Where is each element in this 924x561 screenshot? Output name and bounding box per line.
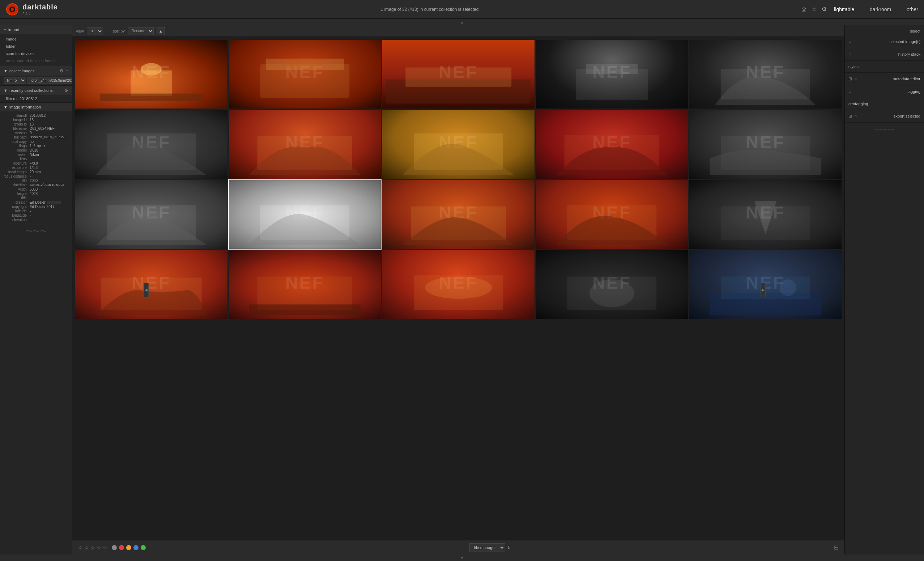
main-content: ▼ import image folder scan for devices n… [0,26,924,555]
top-icons: ◎ ☆ ⚙ [801,6,827,13]
photo-cell-17[interactable]: NEF [229,250,381,319]
photo-cell-15[interactable]: NEF [689,180,842,249]
import-header[interactable]: ▼ import [0,26,72,34]
sort-select[interactable]: filename [128,27,154,35]
export-grid-icon: ⊞ [848,114,852,118]
collect-value-select[interactable]: icron_24mmX35.9mm\20180812 [27,77,72,84]
star-2[interactable]: ☆ [84,545,89,550]
bottom-bar: ☆ ☆ ☆ ☆ ☆ fil [72,540,844,555]
photo-content-6 [81,130,221,176]
collect-row: film roll icron_24mmX35.9mm\20180812 [0,76,72,86]
collect-settings-icon[interactable]: ⚙ [60,68,64,74]
svg-point-2 [11,8,14,11]
bottom-right: ⊟ [834,544,838,551]
star-icon[interactable]: ☆ [812,6,817,13]
info-value-title [30,196,68,200]
color-dot-orange[interactable] [126,545,131,550]
info-label-width: width [4,188,27,191]
photo-cell-13[interactable]: NEF [382,180,534,249]
photo-content-4 [543,64,681,105]
photo-cell-2[interactable]: NEF [229,40,381,108]
photo-content-11 [79,201,224,246]
metadata-circle-icon: ○ [854,76,857,81]
star-1[interactable]: ☆ [78,545,83,550]
photo-cell-1[interactable]: NEF [75,40,228,108]
info-label-datetime: datetime [4,183,27,187]
collect-add-icon[interactable]: + [66,68,68,74]
recently-title[interactable]: ▼ recently used collections [4,88,53,93]
svg-rect-7 [266,58,344,70]
photo-cell-6[interactable]: NEF [75,110,228,178]
sidebar-item-image[interactable]: image [0,36,72,43]
tagging-header[interactable]: ○ tagging [848,87,920,96]
info-value-datetime: Sun 8/12/2018 10:51:24 AM [30,183,68,187]
selected-images-header[interactable]: ○ selected image[s] [848,38,920,46]
view-select[interactable]: all [87,27,103,35]
file-manager-select[interactable]: file manager [470,543,505,552]
photo-cell-11[interactable]: NEF [75,180,228,249]
collect-type-select[interactable]: film roll [4,77,26,84]
photo-cell-12-selected[interactable]: NEF [229,180,381,249]
color-dot-red[interactable] [119,545,124,550]
view-label: view [76,29,84,33]
info-label-imageid: image id [4,118,27,122]
sidebar-item-scan[interactable]: scan for devices [0,50,72,57]
photo-cell-18[interactable]: NEF [382,250,534,319]
collect-images-title[interactable]: ▼ collect images [4,69,35,73]
info-value-focallength: 20 mm [30,170,68,174]
geotagging-section: geotagging [845,98,924,110]
identity-icon[interactable]: ◎ [801,6,807,13]
photo-cell-3[interactable]: NEF [382,40,534,108]
scroll-top-arrow[interactable]: ▲ [0,19,924,26]
image-info-header[interactable]: ▼ image information [0,103,72,111]
selected-images-section: ○ selected image[s] [845,36,924,48]
color-dot-gray[interactable] [112,545,117,550]
geotagging-header[interactable]: geotagging [848,100,920,107]
photo-cell-7[interactable]: NEF [229,110,381,178]
svg-point-29 [590,279,634,307]
star-3[interactable]: ☆ [90,545,95,550]
color-dot-green[interactable] [141,545,146,550]
left-sidebar: ▼ import image folder scan for devices n… [0,26,72,555]
photo-cell-16[interactable]: NEF [75,250,228,319]
import-title: import [8,27,20,32]
info-value-width: 6080 [30,188,68,191]
metadata-editor-header[interactable]: ⊞ ○ metadata editor [848,75,920,83]
toolbar-sep1: | [107,29,108,33]
gear-icon[interactable]: ⚙ [822,6,827,13]
photo-cell-9[interactable]: NEF [536,110,688,178]
history-stack-header[interactable]: ○ history stack [848,50,920,58]
photo-content-7 [232,130,377,176]
recently-settings-icon[interactable]: ⚙ [64,88,68,93]
nav-lighttable[interactable]: lighttable [834,6,854,12]
info-value-fullpath: D:\Nikon_D610_Pi...12\D61_6024.NEF [30,135,68,139]
history-stack-title: history stack [898,52,920,56]
star-5[interactable]: ☆ [103,545,107,550]
recently-item-filmroll[interactable]: film roll 20180812 [0,95,72,102]
photo-cell-19[interactable]: NEF [536,250,688,319]
photo-cell-4[interactable]: NEF [536,40,688,108]
monitor-icon[interactable]: ⊟ [834,544,838,550]
sort-order-button[interactable]: ▲ [157,27,165,35]
photo-cell-10[interactable]: NEF [689,110,842,178]
nav-darkroom[interactable]: darkroom [870,6,891,12]
info-label-exposure: exposure [4,166,27,170]
left-collapse-button[interactable]: ◀ [144,283,148,297]
right-collapse-button[interactable]: ▶ [760,283,766,297]
nav-other[interactable]: other [907,6,918,12]
svg-rect-11 [586,64,638,74]
sidebar-item-folder[interactable]: folder [0,43,72,50]
photo-content-15 [693,201,838,246]
select-button[interactable]: select [910,27,920,35]
scroll-bottom-arrow[interactable]: ▼ [0,555,924,561]
info-value-elevation: - [30,218,68,222]
recently-triangle-icon: ▼ [4,88,8,93]
photo-cell-5[interactable]: NEF [689,40,842,108]
star-4[interactable]: ☆ [96,545,101,550]
photo-cell-8[interactable]: NEF [382,110,534,178]
color-dot-blue[interactable] [134,545,138,550]
photo-cell-14[interactable]: NEF [536,180,688,249]
svg-rect-25 [249,304,361,315]
styles-header[interactable]: styles [848,63,920,70]
export-selected-header[interactable]: ⊞ ○ export selected [848,112,920,120]
